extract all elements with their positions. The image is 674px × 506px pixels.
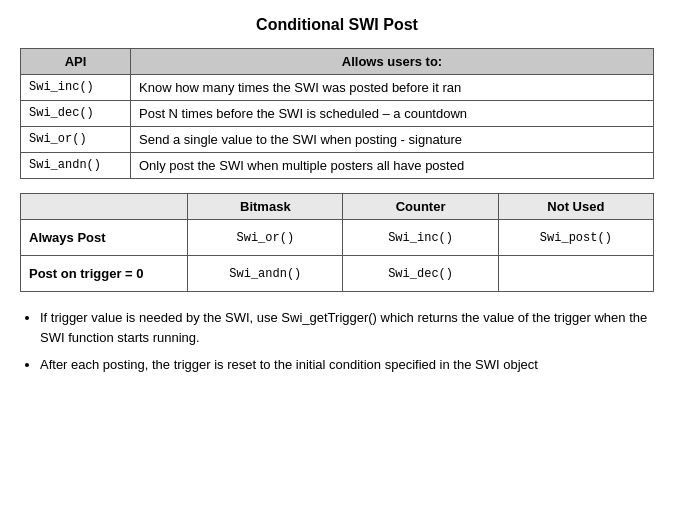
counter-value: Swi_dec() [343, 256, 498, 292]
notused-value [498, 256, 653, 292]
notused-value: Swi_post() [498, 220, 653, 256]
table-row: Swi_andn()Only post the SWI when multipl… [21, 153, 654, 179]
table-row: Post on trigger = 0Swi_andn()Swi_dec() [21, 256, 654, 292]
table1-header-api: API [21, 49, 131, 75]
bitmask-value: Swi_or() [188, 220, 343, 256]
table2-header-notused: Not Used [498, 194, 653, 220]
list-item: If trigger value is needed by the SWI, u… [40, 308, 654, 347]
table2-header-bitmask: Bitmask [188, 194, 343, 220]
counter-value: Swi_inc() [343, 220, 498, 256]
table2-header-empty [21, 194, 188, 220]
page-title: Conditional SWI Post [20, 16, 654, 34]
table-row: Always PostSwi_or()Swi_inc()Swi_post() [21, 220, 654, 256]
table2-header-counter: Counter [343, 194, 498, 220]
usage-table: Bitmask Counter Not Used Always PostSwi_… [20, 193, 654, 292]
notes-list: If trigger value is needed by the SWI, u… [20, 308, 654, 375]
row-label: Post on trigger = 0 [21, 256, 188, 292]
api-name: Swi_andn() [21, 153, 131, 179]
table-row: Swi_or()Send a single value to the SWI w… [21, 127, 654, 153]
api-name: Swi_or() [21, 127, 131, 153]
api-table: API Allows users to: Swi_inc()Know how m… [20, 48, 654, 179]
api-description: Send a single value to the SWI when post… [131, 127, 654, 153]
api-description: Know how many times the SWI was posted b… [131, 75, 654, 101]
api-name: Swi_inc() [21, 75, 131, 101]
bitmask-value: Swi_andn() [188, 256, 343, 292]
api-description: Post N times before the SWI is scheduled… [131, 101, 654, 127]
table-row: Swi_inc()Know how many times the SWI was… [21, 75, 654, 101]
table1-header-allows: Allows users to: [131, 49, 654, 75]
api-name: Swi_dec() [21, 101, 131, 127]
api-description: Only post the SWI when multiple posters … [131, 153, 654, 179]
list-item: After each posting, the trigger is reset… [40, 355, 654, 375]
table-row: Swi_dec()Post N times before the SWI is … [21, 101, 654, 127]
row-label: Always Post [21, 220, 188, 256]
